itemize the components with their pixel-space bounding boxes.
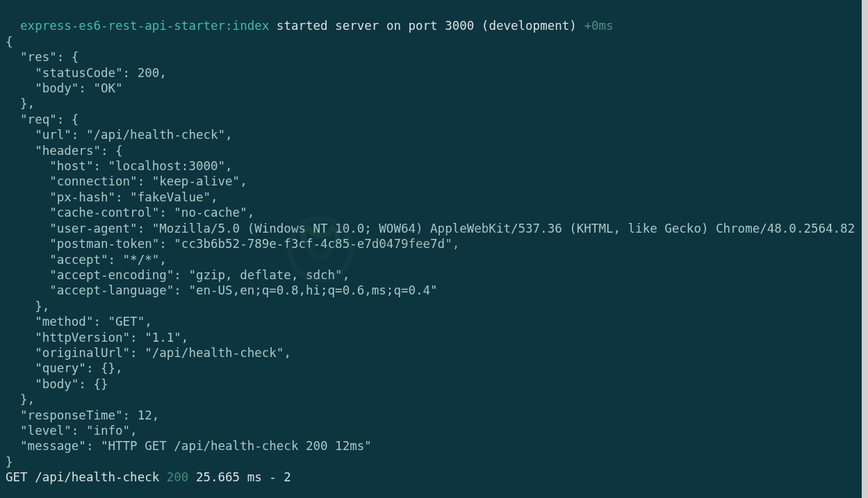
json-status-code: "statusCode": 200, <box>35 66 167 80</box>
terminal-text: express-es6-rest-api-starter:index start… <box>6 18 862 485</box>
access-log-status: 200 <box>167 470 189 484</box>
json-response-time: "responseTime": 12, <box>20 408 159 422</box>
json-brace-open: { <box>6 35 13 49</box>
json-method: "method": "GET", <box>35 315 152 329</box>
json-req-body: "body": {} <box>35 377 108 391</box>
json-req-key: "req": { <box>20 113 79 126</box>
json-req-close: }, <box>20 392 35 406</box>
json-user-agent: "user-agent": "Mozilla/5.0 (Windows NT 1… <box>49 222 868 235</box>
json-url: "url": "/api/health-check", <box>35 128 232 142</box>
startup-message: started server on port 3000 (development… <box>277 19 577 33</box>
json-message: "message": "HTTP GET /api/health-check 2… <box>20 439 372 453</box>
json-postman-token: "postman-token": "cc3b6b52-789e-f3cf-4c8… <box>49 237 459 251</box>
json-query: "query": {}, <box>35 361 122 375</box>
json-level: "level": "info", <box>20 424 138 438</box>
json-res-close: }, <box>20 97 35 110</box>
json-headers-key: "headers": { <box>35 144 122 158</box>
access-log-suffix: 25.665 ms - 2 <box>188 470 291 484</box>
json-host: "host": "localhost:3000", <box>49 159 232 173</box>
json-body: "body": "OK" <box>35 81 122 95</box>
json-accept-language: "accept-language": "en-US,en;q=0.8,hi;q=… <box>49 283 437 297</box>
debug-namespace: express-es6-rest-api-starter:index <box>20 19 269 33</box>
json-px-hash: "px-hash": "fakeValue", <box>49 190 218 204</box>
json-original-url: "originalUrl": "/api/health-check", <box>35 346 291 360</box>
debug-timing: +0ms <box>584 19 613 33</box>
json-connection: "connection": "keep-alive", <box>49 174 247 188</box>
json-cache-control: "cache-control": "no-cache", <box>49 206 254 219</box>
json-headers-close: }, <box>35 299 49 313</box>
json-res-key: "res": { <box>20 50 79 64</box>
json-accept-encoding: "accept-encoding": "gzip, deflate, sdch"… <box>49 268 350 282</box>
json-brace-close: } <box>6 455 13 469</box>
terminal-output: express-es6-rest-api-starter:index start… <box>0 0 868 498</box>
json-accept: "accept": "*/*", <box>49 253 167 267</box>
access-log-prefix: GET /api/health-check <box>6 470 167 484</box>
vertical-scrollbar[interactable] <box>862 0 868 498</box>
json-http-version: "httpVersion": "1.1", <box>35 331 188 345</box>
